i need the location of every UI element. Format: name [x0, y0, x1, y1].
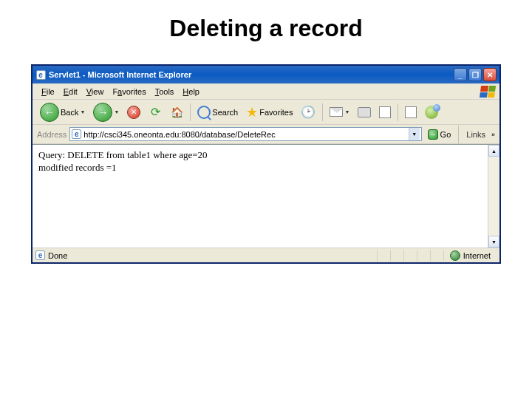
minimize-button[interactable]: _: [454, 68, 467, 81]
menubar: File Edit View Favorites Tools Help: [33, 83, 499, 100]
edit-icon: [379, 106, 391, 118]
status-text: Done: [48, 251, 67, 260]
discuss-icon: [405, 106, 417, 118]
content-area: Query: DELETE from table1 where age=20 m…: [33, 144, 499, 248]
scroll-up-button[interactable]: ▲: [488, 145, 499, 157]
titlebar: e Servlet1 - Microsoft Internet Explorer…: [33, 66, 499, 83]
status-pane: [430, 250, 443, 262]
chevron-down-icon: ▼: [80, 109, 85, 115]
toolbar: ← Back ▼ → ▼ ✕ ⟳ 🏠 Search ★ Favorites 🕑: [33, 100, 499, 125]
close-button[interactable]: ✕: [483, 68, 497, 81]
window-title: Servlet1 - Microsoft Internet Explorer: [49, 70, 454, 79]
search-icon: [197, 106, 211, 119]
links-label[interactable]: Links: [463, 130, 488, 139]
history-button[interactable]: 🕑: [298, 103, 318, 121]
favorites-button[interactable]: ★ Favorites: [243, 102, 296, 123]
windows-flag-icon: [480, 86, 496, 98]
browser-window: e Servlet1 - Microsoft Internet Explorer…: [31, 64, 501, 264]
refresh-button[interactable]: ⟳: [146, 103, 165, 121]
chevron-right-icon[interactable]: »: [491, 131, 495, 138]
address-field[interactable]: [83, 130, 406, 139]
address-label: Address: [37, 130, 66, 139]
result-text: modified records =1: [38, 162, 482, 174]
menu-help[interactable]: Help: [178, 86, 204, 98]
address-bar: Address e ▼ → Go Links »: [33, 125, 499, 144]
menu-tools[interactable]: Tools: [151, 86, 179, 98]
page-icon: e: [72, 129, 81, 139]
status-pane: [403, 250, 417, 262]
forward-arrow-icon: →: [93, 103, 112, 122]
status-pane: [377, 250, 390, 262]
star-icon: ★: [246, 104, 258, 120]
chevron-down-icon: ▼: [344, 109, 349, 115]
refresh-icon: ⟳: [149, 106, 162, 119]
home-icon: 🏠: [170, 106, 183, 119]
security-zone: Internet: [443, 250, 497, 261]
separator: [322, 103, 323, 121]
go-arrow-icon: →: [428, 129, 438, 140]
status-pane: [417, 250, 430, 262]
maximize-button[interactable]: ❐: [468, 68, 482, 81]
globe-icon: [450, 250, 460, 261]
status-pane: [390, 250, 403, 262]
forward-button[interactable]: → ▼: [90, 100, 122, 124]
go-button[interactable]: → Go: [425, 128, 454, 141]
page-body: Query: DELETE from table1 where age=20 m…: [33, 145, 488, 248]
stop-icon: ✕: [127, 106, 140, 119]
stop-button[interactable]: ✕: [124, 103, 143, 121]
discuss-button[interactable]: [402, 104, 420, 120]
edit-button[interactable]: [376, 104, 394, 120]
home-button[interactable]: 🏠: [167, 103, 186, 121]
ie-icon: e: [35, 69, 46, 80]
print-icon: [358, 107, 371, 117]
scroll-track[interactable]: [488, 157, 499, 236]
status-bar: e Done Internet: [33, 248, 499, 262]
menu-edit[interactable]: Edit: [59, 86, 82, 98]
separator: [458, 126, 459, 143]
query-text: Query: DELETE from table1 where age=20: [38, 149, 482, 162]
menu-file[interactable]: File: [37, 86, 59, 98]
back-arrow-icon: ←: [40, 103, 59, 122]
mail-button[interactable]: ▼: [327, 105, 352, 119]
back-button[interactable]: ← Back ▼: [37, 100, 88, 124]
vertical-scrollbar[interactable]: ▲ ▼: [488, 145, 499, 248]
mail-icon: [330, 107, 343, 117]
separator: [398, 103, 398, 121]
scroll-down-button[interactable]: ▼: [488, 236, 499, 248]
search-button[interactable]: Search: [194, 103, 241, 121]
separator: [190, 103, 191, 121]
page-icon: e: [35, 250, 45, 260]
chevron-down-icon: ▼: [114, 109, 119, 115]
history-icon: 🕑: [301, 105, 316, 119]
messenger-button[interactable]: [422, 103, 441, 121]
print-button[interactable]: [355, 105, 374, 120]
address-dropdown-button[interactable]: ▼: [409, 128, 420, 140]
menu-view[interactable]: View: [82, 86, 109, 98]
menu-favorites[interactable]: Favorites: [108, 86, 150, 98]
messenger-icon: [425, 106, 438, 119]
slide-title: Deleting a record: [0, 0, 532, 64]
address-input-wrapper: e ▼: [69, 127, 421, 141]
